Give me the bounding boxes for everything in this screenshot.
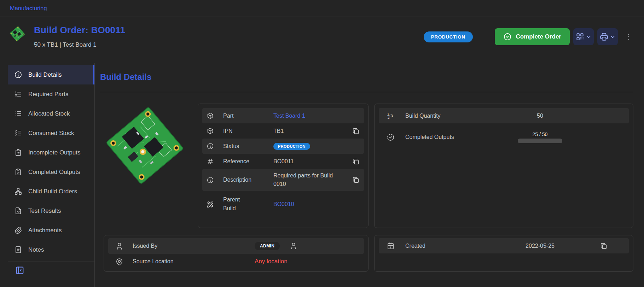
collapse-sidebar-button[interactable] <box>15 265 25 275</box>
page-subtitle: 50 x TB1 | Test Board 1 <box>34 41 125 48</box>
clipboard-list-icon <box>14 148 22 157</box>
build-order-thumbnail[interactable] <box>9 25 25 42</box>
detail-row-description: Description Required parts for Build 001… <box>202 169 364 191</box>
list-icon <box>14 110 22 118</box>
qrcode-icon <box>575 32 585 41</box>
notes-icon <box>14 246 22 254</box>
breadcrumb: Manufacturing <box>0 0 644 17</box>
tools-icon <box>207 201 214 208</box>
more-actions-button[interactable] <box>623 29 635 45</box>
dots-vertical-icon <box>625 33 633 41</box>
info-circle-icon <box>14 71 22 79</box>
progress-bar <box>518 139 562 143</box>
clipboard-check-icon <box>14 168 22 176</box>
svg-text:3: 3 <box>391 114 393 118</box>
sidebar: Build Details Required Parts Allocated S… <box>0 63 95 287</box>
copy-icon[interactable] <box>352 158 360 165</box>
part-image[interactable] <box>104 104 186 186</box>
source-location-value: Any location <box>255 258 288 265</box>
parent-build-link[interactable]: BO0010 <box>273 201 294 207</box>
page-header: Build Order: BO0011 50 x TB1 | Test Boar… <box>0 17 644 63</box>
barcode-actions-button[interactable] <box>573 28 594 45</box>
sidebar-item-required-parts[interactable]: Required Parts <box>8 84 94 104</box>
issued-by-badge: ADMIN <box>255 242 280 250</box>
sidebar-item-consumed-stock[interactable]: Consumed Stock <box>8 123 94 143</box>
chevron-down-icon <box>586 34 592 40</box>
sidebar-item-build-details[interactable]: Build Details <box>8 65 94 84</box>
created-row: Created 2022-05-25 <box>379 238 629 253</box>
chevron-down-icon <box>610 34 616 40</box>
sidebar-item-attachments[interactable]: Attachments <box>8 221 94 240</box>
sitemap-icon <box>14 187 22 195</box>
box-icon <box>207 127 214 135</box>
sidebar-item-allocated-stock[interactable]: Allocated Stock <box>8 104 94 123</box>
numbers-123-icon: 123 <box>387 112 395 120</box>
copy-icon[interactable] <box>352 176 360 184</box>
section-heading: Build Details <box>100 72 633 82</box>
sidebar-item-notes[interactable]: Notes <box>8 240 94 259</box>
complete-order-label: Complete Order <box>516 33 561 40</box>
status-badge: PRODUCTION <box>424 31 473 42</box>
detail-row-part: Part Test Board 1 <box>202 108 364 123</box>
hash-icon <box>207 158 214 165</box>
sidebar-item-completed-outputs[interactable]: Completed Outputs <box>8 162 94 182</box>
svg-text:2: 2 <box>388 116 389 119</box>
paperclip-icon <box>14 226 22 234</box>
detail-row-status: Status PRODUCTION <box>202 139 364 154</box>
sidebar-item-incomplete-outputs[interactable]: Incomplete Outputs <box>8 143 94 162</box>
user-icon <box>290 242 297 250</box>
detail-row-reference: Reference BO0011 <box>202 154 364 169</box>
status-badge: PRODUCTION <box>273 143 310 150</box>
created-panel: Created 2022-05-25 <box>374 235 633 272</box>
circle-check-icon <box>503 33 512 41</box>
issued-panel: Issued By ADMIN Source Location Any loca… <box>104 235 369 272</box>
created-value: 2022-05-25 <box>496 243 584 249</box>
map-pin-icon <box>115 258 123 266</box>
header-actions: PRODUCTION Complete Order <box>424 28 635 45</box>
sidebar-item-child-build-orders[interactable]: Child Build Orders <box>8 182 94 201</box>
progress-check-icon <box>387 133 395 141</box>
build-quantity-row: 123 Build Quantity 50 <box>379 108 629 123</box>
detail-row-parent-build: Parent Build BO0010 <box>202 191 364 218</box>
build-details-panel: Part Test Board 1 IPN TB1 Status PRODUCT… <box>198 104 369 228</box>
section-divider <box>100 92 633 92</box>
completed-outputs-row: Completed Outputs 25 / 50 <box>379 123 629 151</box>
sidebar-collapse-icon <box>15 265 25 275</box>
issued-by-row: Issued By ADMIN <box>108 238 364 254</box>
sidebar-item-test-results[interactable]: Test Results <box>8 201 94 221</box>
complete-order-button[interactable]: Complete Order <box>495 28 570 45</box>
breadcrumb-manufacturing-link[interactable]: Manufacturing <box>10 5 47 12</box>
part-link[interactable]: Test Board 1 <box>273 113 305 119</box>
completed-outputs-progress: 25 / 50 <box>496 131 584 143</box>
file-check-icon <box>14 207 22 215</box>
sidebar-divider <box>8 262 94 262</box>
list-check-icon <box>14 129 22 137</box>
build-quantity-value: 50 <box>496 113 584 119</box>
list-numbers-icon <box>14 90 22 98</box>
calendar-icon <box>387 242 395 250</box>
detail-row-ipn: IPN TB1 <box>202 123 364 139</box>
progress-text: 25 / 50 <box>533 131 548 137</box>
description-value: Required parts for Build 0010 <box>273 171 336 188</box>
build-quantity-panel: 123 Build Quantity 50 Completed Outputs … <box>374 104 633 228</box>
info-circle-icon <box>207 142 214 150</box>
printer-icon <box>599 32 609 41</box>
box-icon <box>207 112 214 119</box>
ipn-value: TB1 <box>273 128 284 134</box>
page-title: Build Order: BO0011 <box>34 25 125 36</box>
reference-value: BO0011 <box>273 158 294 165</box>
info-circle-icon <box>207 176 214 184</box>
main-content: Build Details Part Test Board 1 IPN TB1 <box>95 63 644 287</box>
print-actions-button[interactable] <box>597 28 618 45</box>
copy-icon[interactable] <box>600 242 608 250</box>
copy-icon[interactable] <box>352 127 360 135</box>
source-location-row: Source Location Any location <box>108 254 364 269</box>
user-icon <box>115 242 123 250</box>
